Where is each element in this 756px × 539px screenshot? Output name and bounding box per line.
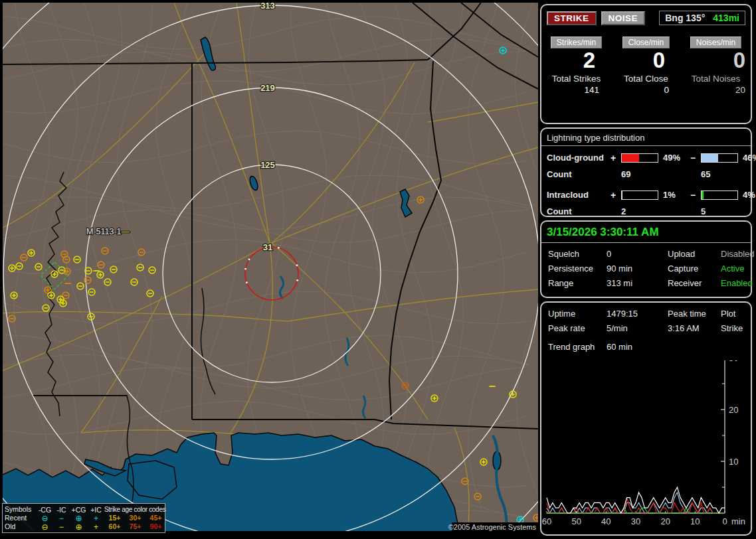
total-strikes-value: 141 [541,85,611,95]
total-close-value: 0 [611,85,681,95]
plus-sign-ic: + [611,190,621,200]
cg-positive-count: 69 [621,169,660,179]
close-per-min-value: 0 [611,48,681,72]
legend-row: Old⊖−⊕+60+75+90+ [5,522,163,531]
legend-header-icpos: +IC [88,506,104,514]
receiver-label: Receiver [668,278,721,288]
svg-text:0: 0 [722,516,727,526]
minus-sign-ic: − [690,190,701,200]
ic-negative-count: 5 [701,206,739,216]
svg-text:313: 313 [260,3,275,11]
svg-text:30: 30 [729,360,738,363]
map-legend: Symbols -CG -IC +CG +IC Strike age color… [2,503,165,533]
legend-body: Recent⊖−⊕+15+30+45+Old⊖−⊕+60+75+90+ [5,514,163,531]
noise-indicator-button[interactable]: NOISE [601,11,646,25]
upload-value: Disabled [721,249,755,259]
chip-close-per-min: Close/min [622,37,670,48]
svg-text:10: 10 [690,516,700,526]
lightning-map[interactable]: 12521931331 M-5113-1— ©2005 Astrogenic S… [3,3,538,531]
squelch-value: 0 [607,249,668,259]
svg-text:10: 10 [729,457,738,467]
capture-label: Capture [668,264,721,273]
plot-label: Plot [721,309,751,319]
legend-header-symbols: Symbols [5,505,37,514]
ic-positive-count: 2 [621,206,660,216]
strikes-per-min-value: 2 [541,48,611,72]
persistence-value: 90 min [607,264,668,273]
peak-rate-label: Peak rate [548,323,607,333]
svg-text:min: min [731,516,745,526]
range-value: 313 mi [607,278,668,288]
storm-cell-label: M-5113-1— [86,227,130,236]
cg-negative-pct: 46% [739,153,756,163]
panel-status: 3/15/2026 3:30:11 AM Squelch 0 Upload Di… [540,220,752,298]
bearing-readout: Bng 135°413mi [659,11,745,25]
trend-graph-value: 60 min [607,342,751,352]
legend-header-row: Symbols -CG -IC +CG +IC Strike age color… [5,505,163,514]
intracloud-label: Intracloud [547,190,611,200]
svg-text:20: 20 [660,516,670,526]
peak-time-label: Peak time [668,309,721,319]
panel-distribution: Lightning type distribution Cloud-ground… [540,127,752,217]
svg-text:30: 30 [631,516,640,526]
legend-row: Recent⊖−⊕+15+30+45+ [5,514,163,522]
svg-text:40: 40 [601,516,611,526]
map-canvas: 12521931331 M-5113-1— ©2005 Astrogenic S… [3,3,538,531]
plot-value: Strike [721,323,751,333]
ic-count-label: Count [547,206,611,216]
trend-graph: 1020306050403020100min [541,360,751,533]
total-noises-label: Total Noises [681,74,751,84]
svg-text:31: 31 [263,242,272,252]
receiver-value: Enabled [721,278,755,288]
minus-sign: − [690,153,701,163]
cg-positive-bar [621,153,658,163]
cg-positive-pct: 49% [660,153,690,163]
total-close-label: Total Close [611,74,681,84]
uptime-label: Uptime [548,309,607,319]
cg-negative-count: 65 [701,169,739,179]
plus-sign: + [611,153,621,163]
upload-label: Upload [668,249,721,259]
legend-header-cgpos: +CG [70,506,88,514]
panel-counters: STRIKE NOISE Bng 135°413mi Strikes/min C… [540,4,752,124]
distribution-title: Lightning type distribution [541,129,751,146]
cg-negative-bar [701,153,738,163]
datetime-display: 3/15/2026 3:30:11 AM [541,222,751,243]
chip-strikes-per-min: Strikes/min [551,37,602,48]
ic-positive-pct: 1% [660,190,690,200]
persistence-label: Persistence [548,264,607,273]
svg-text:60: 60 [542,516,551,526]
legend-header-icneg: -IC [53,506,70,514]
ic-positive-bar [621,191,658,200]
nexstorm-window: 12521931331 M-5113-1— ©2005 Astrogenic S… [0,0,756,539]
ic-negative-bar [701,191,738,200]
bearing-value: Bng 135° [665,13,705,23]
legend-age-title: Strike age color codes [104,505,166,514]
ic-negative-pct: 4% [739,190,755,200]
noises-per-min-value: 0 [681,48,751,72]
squelch-label: Squelch [548,249,607,259]
cg-count-label: Count [547,169,611,179]
trend-graph-label: Trend graph [548,342,607,352]
svg-text:20: 20 [729,405,738,415]
svg-text:50: 50 [571,516,581,526]
panel-session: Uptime 1479:15 Peak time Plot Peak rate … [540,301,752,536]
copyright-text: ©2005 Astrogenic Systems [448,523,537,531]
peak-rate-value: 5/min [607,323,668,333]
total-noises-value: 20 [681,85,751,95]
chip-noises-per-min: Noises/min [690,37,741,48]
strike-indicator-button[interactable]: STRIKE [547,11,597,25]
peak-time-value: 3:16 AM [668,323,721,333]
total-strikes-label: Total Strikes [541,74,611,84]
bearing-range-value: 413mi [713,13,739,23]
svg-text:125: 125 [260,160,275,170]
capture-value: Active [721,264,755,273]
uptime-value: 1479:15 [607,309,668,319]
svg-text:219: 219 [260,83,275,93]
legend-header-cgneg: -CG [37,506,53,514]
cloud-ground-label: Cloud-ground [547,153,611,163]
range-label: Range [548,278,607,288]
